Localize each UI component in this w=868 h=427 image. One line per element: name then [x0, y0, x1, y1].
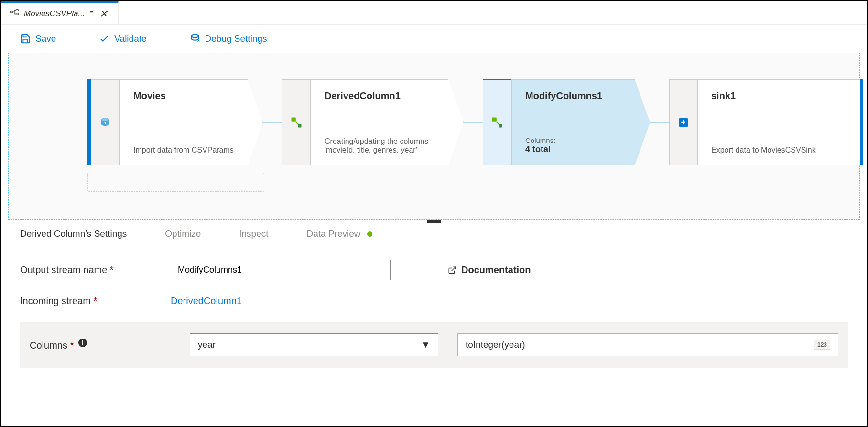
- flow-node-sink[interactable]: sink1 Export data to MoviesCSVSink: [669, 79, 863, 165]
- documentation-link[interactable]: Documentation: [448, 264, 531, 275]
- tab-settings[interactable]: Derived Column's Settings: [20, 229, 127, 239]
- close-icon[interactable]: ✕: [98, 8, 109, 20]
- flow-node-modify-selected[interactable]: ModifyColumns1 Columns: 4 total +: [483, 79, 650, 165]
- tab-optimize[interactable]: Optimize: [165, 229, 201, 239]
- svg-rect-8: [492, 118, 497, 122]
- columns-label: Columns * i: [30, 339, 171, 351]
- tab-dirty-indicator: *: [90, 9, 93, 19]
- save-button[interactable]: Save: [20, 33, 56, 44]
- flow-node-source[interactable]: Movies Import data from CSVParams +: [87, 79, 263, 165]
- column-expression-input[interactable]: toInteger(year) 123: [457, 333, 838, 356]
- type-badge: 123: [814, 340, 830, 350]
- source-icon: [91, 79, 119, 165]
- node-desc: Export data to MoviesCSVSink: [711, 146, 846, 154]
- derived-column-icon: [483, 79, 511, 165]
- node-sublabel: Columns:: [525, 136, 640, 144]
- svg-rect-2: [16, 13, 18, 14]
- node-title: ModifyColumns1: [525, 90, 640, 101]
- svg-point-5: [101, 118, 109, 121]
- node-title: Movies: [133, 90, 253, 101]
- node-total: 4 total: [525, 144, 640, 154]
- flow-canvas[interactable]: Movies Import data from CSVParams + Deri…: [8, 53, 860, 220]
- svg-line-11: [452, 267, 456, 271]
- status-dot-icon: [367, 231, 372, 237]
- tab-inspect[interactable]: Inspect: [239, 229, 268, 239]
- tab-data-preview[interactable]: Data Preview: [307, 229, 372, 239]
- drop-zone[interactable]: [87, 173, 264, 192]
- svg-rect-0: [11, 11, 13, 12]
- output-stream-label: Output stream name *: [20, 264, 171, 275]
- svg-rect-1: [16, 9, 18, 11]
- output-stream-input[interactable]: [171, 260, 391, 280]
- validate-button[interactable]: Validate: [99, 33, 146, 44]
- column-name-dropdown[interactable]: year ▼: [190, 333, 438, 356]
- svg-rect-6: [292, 118, 296, 122]
- dataflow-icon: [10, 8, 19, 20]
- chevron-down-icon: ▼: [421, 339, 430, 350]
- settings-panel: Output stream name * Documentation Incom…: [1, 245, 867, 382]
- panel-tabs: Derived Column's Settings Optimize Inspe…: [1, 220, 867, 245]
- flow-node-derived[interactable]: DerivedColumn1 Creating/updating the col…: [282, 79, 464, 165]
- file-tab[interactable]: MoviesCSVPla... * ✕: [1, 1, 119, 24]
- node-title: DerivedColumn1: [325, 90, 454, 101]
- svg-rect-7: [298, 124, 302, 128]
- svg-point-3: [191, 35, 198, 38]
- svg-rect-9: [499, 124, 502, 128]
- node-desc: Creating/updating the columns 'movieId, …: [325, 137, 454, 154]
- node-desc: Import data from CSVParams: [133, 146, 253, 154]
- debug-settings-button[interactable]: Debug Settings: [190, 33, 267, 44]
- panel-resize-handle[interactable]: [427, 220, 441, 223]
- toolbar: Save Validate Debug Settings: [1, 25, 867, 53]
- derived-column-icon: [282, 79, 311, 165]
- incoming-stream-link[interactable]: DerivedColumn1: [171, 296, 242, 307]
- tab-label: MoviesCSVPla...: [24, 9, 85, 19]
- sink-icon: [669, 79, 698, 165]
- incoming-stream-label: Incoming stream *: [20, 296, 171, 307]
- node-title: sink1: [711, 90, 846, 101]
- info-icon[interactable]: i: [78, 339, 87, 347]
